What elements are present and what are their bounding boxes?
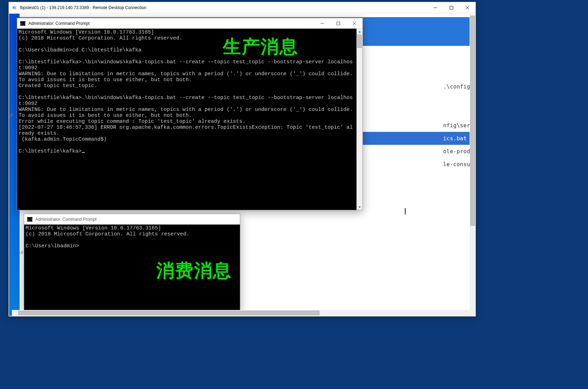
svg-rect-7	[337, 22, 340, 25]
minimize-button[interactable]	[427, 2, 443, 13]
cmd-output[interactable]: Microsoft Windows [Version 10.0.17763.31…	[17, 29, 357, 210]
cmd-title: Administrator: Command Prompt	[35, 217, 240, 222]
rdp-title: lbpstest01 (1) - 139.219.140.73:3389 - R…	[20, 5, 427, 10]
cmd-titlebar[interactable]: c:\ Administrator: Command Prompt	[24, 214, 240, 225]
rdp-window-controls	[427, 2, 476, 13]
rdp-icon	[12, 5, 17, 10]
close-button[interactable]	[459, 2, 476, 13]
cmd-cursor	[82, 152, 85, 153]
cmd-icon: c:\	[27, 217, 33, 222]
margin-letter: P	[11, 113, 13, 118]
scrollbar-vertical[interactable]	[470, 14, 476, 310]
rdp-window: lbpstest01 (1) - 139.219.140.73:3389 - R…	[8, 2, 476, 317]
scroll-thumb[interactable]	[470, 16, 475, 226]
scrollbar-horizontal[interactable]	[12, 310, 475, 316]
svg-rect-3	[450, 6, 453, 9]
minimize-button[interactable]	[314, 18, 330, 29]
cmd-title: Administrator: Command Prompt	[28, 21, 314, 26]
scroll-up-button[interactable]	[357, 29, 362, 35]
svg-rect-1	[14, 7, 16, 9]
scrollbar-vertical[interactable]	[357, 29, 362, 210]
cmd-window-producer[interactable]: c:\ Administrator: Command Prompt Micros…	[17, 18, 363, 210]
scroll-down-button[interactable]	[357, 204, 362, 210]
margin-line-number: 16	[18, 250, 23, 255]
cmd-window-consumer[interactable]: c:\ Administrator: Command Prompt Micros…	[24, 214, 240, 312]
cmd-titlebar[interactable]: c:\ Administrator: Command Prompt	[17, 18, 362, 29]
svg-marker-10	[359, 31, 361, 33]
close-button[interactable]	[346, 18, 362, 29]
scroll-thumb[interactable]	[357, 35, 362, 48]
cmd-icon: c:\	[20, 21, 26, 26]
cmd-output[interactable]: Microsoft Windows [Version 10.0.17763.31…	[24, 225, 240, 311]
scroll-thumb[interactable]	[18, 311, 319, 315]
rdp-client-area: .\config\zookeeper.properties	[9, 14, 475, 316]
rdp-titlebar[interactable]: lbpstest01 (1) - 139.219.140.73:3389 - R…	[9, 2, 476, 13]
maximize-button[interactable]	[330, 18, 346, 29]
maximize-button[interactable]	[443, 2, 459, 13]
text-cursor	[405, 208, 406, 214]
svg-marker-11	[359, 206, 361, 208]
cmd-window-controls	[314, 18, 362, 29]
